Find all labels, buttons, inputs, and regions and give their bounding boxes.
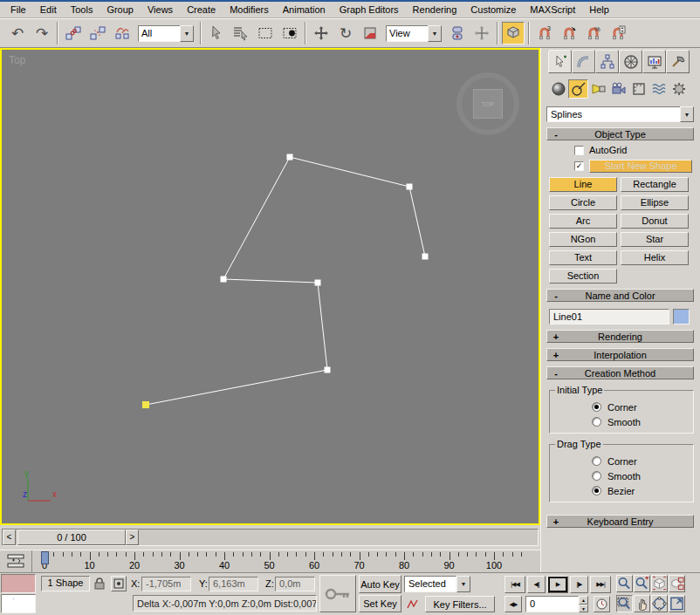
- radio-bezier[interactable]: Bezier: [592, 485, 690, 496]
- menu-tools[interactable]: Tools: [64, 3, 100, 17]
- next-frame-button[interactable]: ||▶: [570, 576, 588, 593]
- radio-icon[interactable]: [592, 471, 601, 481]
- category-lights[interactable]: [588, 79, 608, 99]
- shape-category-dropdown[interactable]: Splines ▼: [546, 106, 694, 122]
- start-new-shape-checkbox[interactable]: ✓: [574, 161, 584, 171]
- set-key-button[interactable]: Set Key: [359, 595, 401, 612]
- menu-create[interactable]: Create: [180, 3, 223, 17]
- absolute-offset-mode-toggle[interactable]: [111, 576, 127, 591]
- open-mini-curve-editor-button[interactable]: [0, 550, 31, 571]
- object-color-swatch[interactable]: [673, 309, 690, 325]
- zoom-extents-all-button[interactable]: [669, 575, 685, 592]
- radio-corner[interactable]: Corner: [592, 401, 690, 413]
- redo-button[interactable]: ↷: [31, 22, 53, 44]
- ngon-button[interactable]: NGon: [549, 232, 617, 247]
- listener-pane[interactable]: ·: [1, 594, 36, 613]
- rollout-object-type[interactable]: - Object Type: [546, 127, 694, 140]
- menu-group[interactable]: Group: [100, 3, 141, 17]
- auto-key-button[interactable]: Auto Key: [359, 575, 401, 593]
- bind-to-space-warp-button[interactable]: [111, 22, 134, 44]
- menu-rendering[interactable]: Rendering: [406, 3, 464, 17]
- select-and-manipulate-button[interactable]: [470, 22, 493, 44]
- autogrid-checkbox[interactable]: [574, 146, 584, 155]
- category-space-warps[interactable]: [649, 79, 669, 99]
- rollout-keyboard-entry[interactable]: + Keyboard Entry: [546, 515, 694, 528]
- min-max-toggle-button[interactable]: [669, 595, 685, 612]
- spline-vertex[interactable]: [407, 184, 413, 190]
- viewport-label[interactable]: Top: [9, 54, 25, 66]
- arc-rotate-button[interactable]: [651, 595, 668, 612]
- select-and-move-button[interactable]: [310, 22, 333, 44]
- rollout-interpolation[interactable]: + Interpolation: [546, 348, 694, 361]
- reference-coordinate-system-dropdown[interactable]: View▼: [386, 25, 442, 42]
- selection-set-dropdown[interactable]: Selected ▼: [404, 576, 470, 592]
- chevron-down-icon[interactable]: ▼: [680, 106, 694, 122]
- category-shapes[interactable]: [568, 79, 588, 99]
- menu-graph-editors[interactable]: Graph Editors: [333, 3, 406, 17]
- tab-hierarchy[interactable]: [595, 50, 619, 73]
- default-in-out-tangents-button[interactable]: [404, 596, 422, 612]
- menu-customize[interactable]: Customize: [463, 3, 523, 17]
- chevron-down-icon[interactable]: ▼: [180, 25, 194, 42]
- radio-icon[interactable]: [592, 417, 601, 427]
- y-coord-field[interactable]: 6,163m: [209, 577, 258, 591]
- category-systems[interactable]: [669, 79, 689, 99]
- previous-frame-arrow[interactable]: <: [3, 530, 16, 545]
- go-to-start-button[interactable]: |◀◀: [504, 576, 525, 593]
- collapse-icon[interactable]: -: [552, 368, 560, 379]
- percent-snap-toggle-button[interactable]: %: [582, 22, 605, 44]
- helix-button[interactable]: Helix: [621, 250, 689, 265]
- spline-vertex[interactable]: [221, 277, 227, 283]
- time-slider-handle[interactable]: 0 / 100: [17, 530, 126, 545]
- spinner-up-icon[interactable]: ▲: [579, 596, 588, 605]
- key-filters-button[interactable]: Key Filters...: [425, 596, 495, 612]
- category-cameras[interactable]: [608, 79, 628, 99]
- select-by-name-button[interactable]: [230, 22, 252, 44]
- zoom-extents-button[interactable]: [651, 575, 668, 592]
- tab-create[interactable]: [548, 50, 572, 73]
- current-frame-marker[interactable]: [41, 551, 49, 564]
- circle-button[interactable]: Circle: [549, 195, 617, 210]
- tab-display[interactable]: [642, 50, 666, 73]
- spinner-snap-toggle-button[interactable]: [607, 22, 629, 44]
- expand-icon[interactable]: +: [552, 350, 560, 360]
- radio-icon[interactable]: [592, 456, 601, 466]
- select-and-link-button[interactable]: [62, 22, 85, 44]
- select-object-button[interactable]: [205, 22, 228, 44]
- radio-corner[interactable]: Corner: [592, 455, 690, 467]
- radio-smooth[interactable]: Smooth: [592, 416, 690, 427]
- viewcube[interactable]: TOP: [456, 72, 519, 135]
- start-new-shape-button[interactable]: Start New Shape: [589, 160, 692, 173]
- collapse-icon[interactable]: -: [552, 290, 560, 301]
- rectangle-button[interactable]: Rectangle: [621, 177, 689, 192]
- spline-vertex[interactable]: [325, 367, 331, 373]
- previous-frame-button[interactable]: ◀||: [527, 576, 546, 593]
- menu-help[interactable]: Help: [582, 3, 616, 17]
- selection-filter-dropdown[interactable]: All▼: [138, 25, 194, 42]
- expand-icon[interactable]: +: [552, 331, 560, 342]
- tab-modify[interactable]: [572, 50, 595, 73]
- star-button[interactable]: Star: [621, 232, 689, 247]
- top-viewport[interactable]: Top TOP y z x: [0, 48, 540, 525]
- macro-recorder-pane[interactable]: [1, 574, 36, 593]
- region-zoom-button[interactable]: [616, 595, 633, 612]
- expand-icon[interactable]: +: [552, 516, 560, 527]
- spline-vertex[interactable]: [142, 401, 149, 408]
- pan-button[interactable]: [634, 595, 650, 612]
- line-button[interactable]: Line: [549, 177, 617, 192]
- set-keys-button[interactable]: [319, 575, 356, 612]
- window-crossing-toggle-button[interactable]: [278, 22, 301, 44]
- category-geometry[interactable]: [548, 79, 568, 99]
- snap-toggle-3d-button[interactable]: 3: [533, 22, 556, 44]
- rectangular-selection-region-button[interactable]: [254, 22, 277, 44]
- go-to-end-button[interactable]: ▶▶|: [590, 576, 611, 593]
- menu-edit[interactable]: Edit: [33, 3, 64, 17]
- ellipse-button[interactable]: Ellipse: [621, 195, 689, 210]
- spline-vertex[interactable]: [315, 280, 321, 286]
- x-coord-field[interactable]: -1,705m: [141, 577, 191, 591]
- viewcube-top-face[interactable]: TOP: [473, 89, 503, 119]
- section-button[interactable]: Section: [549, 269, 617, 284]
- radio-smooth[interactable]: Smooth: [592, 470, 690, 482]
- select-and-scale-button[interactable]: [359, 22, 381, 44]
- current-frame-field[interactable]: 0: [525, 596, 579, 612]
